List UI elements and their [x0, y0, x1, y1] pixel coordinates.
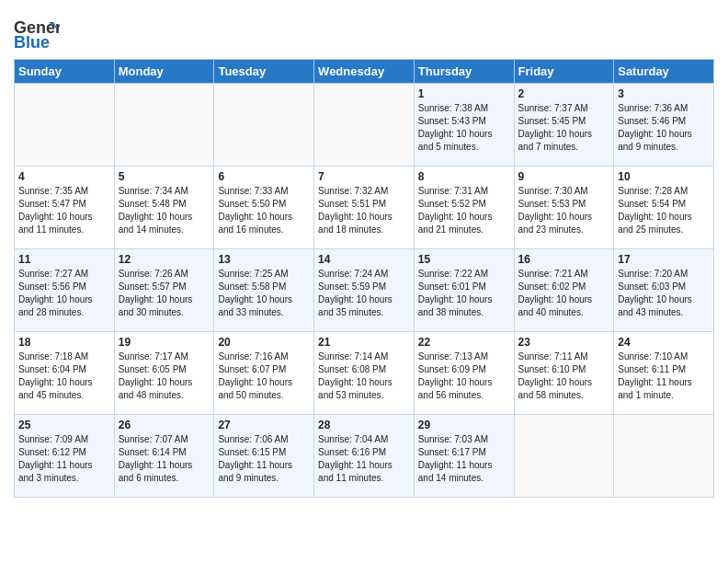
calendar-cell: 8Sunrise: 7:31 AMSunset: 5:52 PMDaylight… [414, 167, 514, 249]
calendar-cell [214, 84, 314, 167]
cell-content: Sunrise: 7:17 AMSunset: 6:05 PMDaylight:… [119, 350, 210, 402]
header-row: SundayMondayTuesdayWednesdayThursdayFrid… [15, 60, 714, 84]
calendar-cell: 1Sunrise: 7:38 AMSunset: 5:43 PMDaylight… [414, 84, 514, 167]
cell-content: Sunrise: 7:07 AMSunset: 6:14 PMDaylight:… [119, 433, 210, 485]
cell-line: Daylight: 10 hours [618, 128, 710, 141]
cell-line: Daylight: 10 hours [218, 293, 310, 306]
calendar-cell [314, 84, 415, 167]
day-number: 26 [119, 419, 210, 431]
cell-line: Sunset: 5:57 PM [119, 281, 210, 293]
calendar-cell: 5Sunrise: 7:34 AMSunset: 5:48 PMDaylight… [114, 167, 214, 249]
cell-line: and 18 minutes. [318, 224, 410, 236]
cell-line: and 40 minutes. [518, 306, 610, 319]
cell-line: and 50 minutes. [218, 389, 310, 402]
cell-line: Sunset: 6:08 PM [318, 363, 410, 376]
day-number: 9 [518, 170, 610, 183]
day-number: 22 [418, 336, 510, 349]
cell-line: Sunset: 5:56 PM [18, 281, 110, 293]
cell-content: Sunrise: 7:24 AMSunset: 5:59 PMDaylight:… [318, 268, 410, 319]
day-number: 6 [218, 170, 310, 183]
cell-line: and 6 minutes. [119, 472, 210, 485]
cell-line: and 5 minutes. [418, 141, 510, 154]
day-number: 25 [18, 419, 110, 431]
cell-content: Sunrise: 7:10 AMSunset: 6:11 PMDaylight:… [618, 350, 710, 402]
cell-line: Sunrise: 7:16 AM [218, 350, 310, 363]
cell-line: Sunrise: 7:03 AM [418, 433, 510, 446]
cell-line: Sunset: 5:50 PM [218, 198, 310, 211]
cell-line: Sunset: 5:53 PM [518, 198, 610, 211]
cell-content: Sunrise: 7:06 AMSunset: 6:15 PMDaylight:… [218, 433, 310, 485]
cell-line: Daylight: 10 hours [119, 211, 210, 224]
cell-line: Sunrise: 7:24 AM [318, 268, 410, 281]
calendar-cell [15, 84, 115, 167]
calendar-cell: 24Sunrise: 7:10 AMSunset: 6:11 PMDayligh… [614, 332, 714, 415]
week-row-2: 4Sunrise: 7:35 AMSunset: 5:47 PMDaylight… [15, 167, 714, 249]
day-number: 2 [518, 87, 610, 100]
cell-line: and 58 minutes. [518, 389, 610, 402]
cell-line: and 14 minutes. [418, 472, 510, 485]
cell-line: Sunset: 5:59 PM [318, 281, 410, 293]
day-number: 24 [618, 336, 710, 349]
cell-line: Sunset: 6:10 PM [518, 363, 610, 376]
cell-line: Sunrise: 7:07 AM [119, 433, 210, 446]
day-number: 17 [618, 253, 710, 266]
day-number: 3 [618, 87, 710, 100]
cell-line: Daylight: 11 hours [218, 459, 310, 472]
cell-line: Sunset: 5:47 PM [18, 198, 110, 211]
cell-line: Sunrise: 7:31 AM [418, 185, 510, 198]
cell-line: and 7 minutes. [518, 141, 610, 154]
cell-line: Daylight: 10 hours [218, 376, 310, 389]
cell-line: and 16 minutes. [218, 224, 310, 236]
calendar-cell: 25Sunrise: 7:09 AMSunset: 6:12 PMDayligh… [15, 415, 115, 498]
cell-line: Sunrise: 7:04 AM [318, 433, 410, 446]
day-number: 28 [318, 419, 410, 431]
cell-content: Sunrise: 7:13 AMSunset: 6:09 PMDaylight:… [418, 350, 510, 402]
cell-line: Daylight: 10 hours [418, 376, 510, 389]
week-row-1: 1Sunrise: 7:38 AMSunset: 5:43 PMDaylight… [15, 84, 714, 167]
cell-line: Daylight: 10 hours [418, 128, 510, 141]
cell-content: Sunrise: 7:37 AMSunset: 5:45 PMDaylight:… [518, 102, 610, 154]
cell-line: Sunrise: 7:36 AM [618, 102, 710, 115]
calendar-cell: 19Sunrise: 7:17 AMSunset: 6:05 PMDayligh… [114, 332, 214, 415]
header-thursday: Thursday [414, 60, 514, 84]
cell-content: Sunrise: 7:30 AMSunset: 5:53 PMDaylight:… [518, 185, 610, 236]
day-number: 1 [418, 87, 510, 100]
cell-line: Daylight: 10 hours [119, 293, 210, 306]
calendar-cell [614, 415, 714, 498]
cell-content: Sunrise: 7:22 AMSunset: 6:01 PMDaylight:… [418, 268, 510, 319]
week-row-4: 18Sunrise: 7:18 AMSunset: 6:04 PMDayligh… [15, 332, 714, 415]
cell-line: Sunset: 6:09 PM [418, 363, 510, 376]
cell-line: Sunrise: 7:13 AM [418, 350, 510, 363]
cell-line: Daylight: 10 hours [418, 211, 510, 224]
calendar-cell: 17Sunrise: 7:20 AMSunset: 6:03 PMDayligh… [614, 249, 714, 332]
calendar-cell: 15Sunrise: 7:22 AMSunset: 6:01 PMDayligh… [414, 249, 514, 332]
day-number: 16 [518, 253, 610, 266]
cell-line: and 28 minutes. [18, 306, 110, 319]
cell-content: Sunrise: 7:04 AMSunset: 6:16 PMDaylight:… [318, 433, 410, 485]
calendar-cell: 28Sunrise: 7:04 AMSunset: 6:16 PMDayligh… [314, 415, 415, 498]
cell-content: Sunrise: 7:11 AMSunset: 6:10 PMDaylight:… [518, 350, 610, 402]
cell-content: Sunrise: 7:03 AMSunset: 6:17 PMDaylight:… [418, 433, 510, 485]
cell-line: and 45 minutes. [18, 389, 110, 402]
header-wednesday: Wednesday [314, 60, 415, 84]
cell-line: Sunset: 6:17 PM [418, 446, 510, 459]
day-number: 7 [318, 170, 410, 183]
cell-line: Sunrise: 7:18 AM [18, 350, 110, 363]
cell-line: Sunset: 5:58 PM [218, 281, 310, 293]
cell-line: Daylight: 11 hours [618, 376, 710, 389]
day-number: 18 [18, 336, 110, 349]
cell-line: Sunrise: 7:26 AM [119, 268, 210, 281]
calendar-cell: 29Sunrise: 7:03 AMSunset: 6:17 PMDayligh… [414, 415, 514, 498]
cell-line: Sunset: 6:02 PM [518, 281, 610, 293]
cell-line: Sunset: 5:43 PM [418, 115, 510, 128]
calendar-cell: 18Sunrise: 7:18 AMSunset: 6:04 PMDayligh… [15, 332, 115, 415]
calendar-cell: 3Sunrise: 7:36 AMSunset: 5:46 PMDaylight… [614, 84, 714, 167]
cell-line: Sunset: 5:54 PM [618, 198, 710, 211]
cell-line: and 53 minutes. [318, 389, 410, 402]
cell-line: Sunrise: 7:06 AM [218, 433, 310, 446]
cell-line: Daylight: 11 hours [18, 459, 110, 472]
header-friday: Friday [514, 60, 614, 84]
cell-line: Daylight: 10 hours [119, 376, 210, 389]
cell-line: Sunset: 6:11 PM [618, 363, 710, 376]
cell-content: Sunrise: 7:20 AMSunset: 6:03 PMDaylight:… [618, 268, 710, 319]
